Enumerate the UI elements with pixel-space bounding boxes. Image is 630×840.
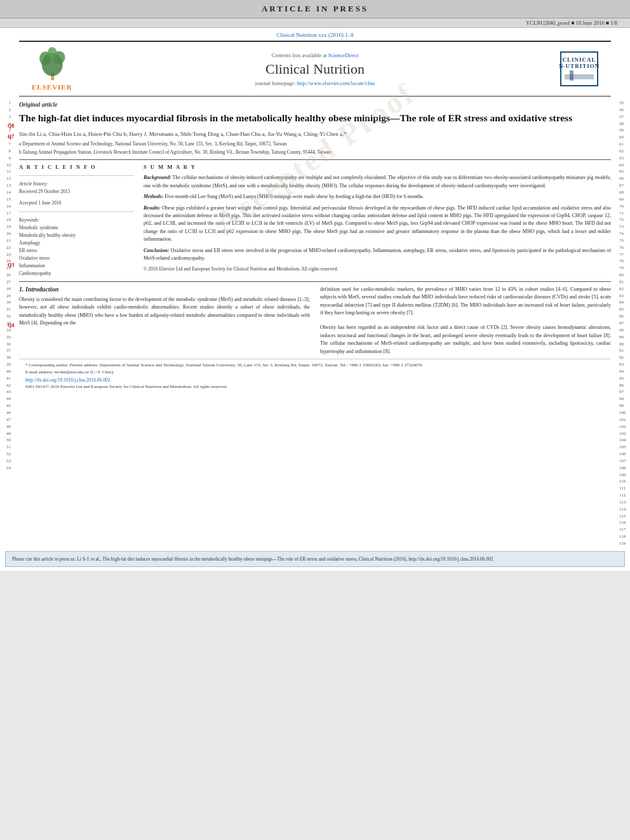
keyword-metabolic-syndrome: Metabolic syndrome xyxy=(19,224,133,232)
doi-link[interactable]: http://dx.doi.org/10.1016/j.clnu.2016.06… xyxy=(25,377,605,383)
line-number-16: 16 xyxy=(0,203,11,210)
banner-title: ARTICLE IN PRESS xyxy=(262,4,368,13)
line-number-91: 91 xyxy=(619,347,630,354)
line-number-60: 60 xyxy=(619,134,630,141)
divider-after-abstract xyxy=(19,281,611,282)
line-number-41: 41 xyxy=(0,375,11,382)
line-number-39: 39 xyxy=(0,361,11,368)
line-number-93: 93 xyxy=(619,361,630,368)
line-number-32: 32 xyxy=(0,313,11,320)
left-logo: ELSEVIER xyxy=(32,47,83,91)
paper-body: Accepted Proof Original article Q8 Q7 Th… xyxy=(13,97,617,547)
line-number-69: 69 xyxy=(619,196,630,203)
intro-paragraph3: Obesity has been regarded as an independ… xyxy=(320,324,611,356)
line-number-117: 117 xyxy=(619,526,630,533)
line-number-52: 52 xyxy=(0,451,11,458)
line-number-10: 10 xyxy=(0,162,11,169)
line-number-89: 89 xyxy=(619,334,630,341)
sciencedirect-line: Contents lists available at ScienceDirec… xyxy=(83,52,547,58)
line-number-94: 94 xyxy=(619,368,630,375)
summary-heading: S U M M A R Y xyxy=(144,164,611,170)
info-divider2 xyxy=(19,211,133,212)
received-date: Received 29 October 2015 xyxy=(19,188,133,195)
line-number-36: 36 xyxy=(0,341,11,348)
summary-column: S U M M A R Y Background: The cellular m… xyxy=(144,164,611,277)
line-number-46: 46 xyxy=(0,410,11,417)
cn-logo-middle: N·UTRITION xyxy=(559,63,600,69)
issn-line: 0261-5614/© 2016 Elsevier Ltd and Europe… xyxy=(25,384,605,389)
line-number-114: 114 xyxy=(619,506,630,513)
line-number-97: 97 xyxy=(619,389,630,396)
keyword-er-stress: ER stress xyxy=(19,247,133,255)
line-number-17: 17 xyxy=(0,210,11,217)
line-number-19: 19 xyxy=(0,223,11,230)
cn-logo: CLINICAL N·UTRITION xyxy=(560,51,598,86)
line-number-8: 8 xyxy=(0,148,11,155)
line-number-99: 99 xyxy=(619,403,630,410)
line-number-81: 81 xyxy=(619,279,630,286)
line-number-64: 64 xyxy=(619,162,630,169)
keyword-inflammation: Inflammation xyxy=(19,262,133,270)
elsevier-wordmark: ELSEVIER xyxy=(32,83,83,91)
line-number-119: 119 xyxy=(619,540,630,547)
line-number-72: 72 xyxy=(619,217,630,223)
line-number-55: 55 xyxy=(619,100,630,107)
introduction-section: 1. Introduction Q4 Obesity is considered… xyxy=(19,286,611,356)
article-title: The high-fat diet induces myocardial fib… xyxy=(19,112,611,125)
line-number-85: 85 xyxy=(619,306,630,313)
line-number-14: 14 xyxy=(0,189,11,196)
info-divider1 xyxy=(19,175,133,176)
q7-label: Q7 xyxy=(8,134,14,140)
line-number-79: 79 xyxy=(619,265,630,272)
line-number-9: 9 xyxy=(0,155,11,162)
background-text: The cellular mechanisms of obesity-induc… xyxy=(144,175,611,188)
line-number-90: 90 xyxy=(619,341,630,348)
q3-label: Q3 xyxy=(8,262,14,268)
line-number-112: 112 xyxy=(619,492,630,499)
background-label: Background: xyxy=(144,175,171,180)
affiliation-a: a Department of Animal Science and Techn… xyxy=(19,141,611,148)
meta-info: YCLNU2840_proof ■ 18 June 2016 ■ 1/8 xyxy=(526,20,617,26)
line-number-54: 54 xyxy=(0,465,11,472)
line-number-101: 101 xyxy=(619,417,630,423)
line-number-88: 88 xyxy=(619,327,630,334)
line-number-58: 58 xyxy=(619,121,630,128)
methods-text: Five-month-old Lee-Sung (MetS) and Lanyu… xyxy=(164,194,424,199)
cn-logo-top: CLINICAL xyxy=(562,57,596,63)
svg-rect-5 xyxy=(565,74,594,79)
line-number-110: 110 xyxy=(619,478,630,485)
line-number-12: 12 xyxy=(0,175,11,182)
keyword-cardiomyopathy: Cardiomyopathy xyxy=(19,270,133,277)
journal-reference: Clinical Nutrition xxx (2016) 1–8 xyxy=(0,28,630,41)
line-number-40: 40 xyxy=(0,368,11,375)
line-number-106: 106 xyxy=(619,451,630,458)
q4-label: Q4 xyxy=(8,323,14,328)
info-summary-section: A R T I C L E I N F O Article history: R… xyxy=(19,164,611,277)
line-number-2: 2 xyxy=(0,107,11,114)
line-number-68: 68 xyxy=(619,189,630,196)
line-number-13: 13 xyxy=(0,182,11,189)
article-type-label: Original article xyxy=(19,102,611,108)
line-number-29: 29 xyxy=(0,293,11,300)
keywords-section: Keywords: Metabolic syndrome Metabolical… xyxy=(19,217,133,277)
conclusion-label: Conclusion: xyxy=(144,248,169,253)
line-number-80: 80 xyxy=(619,272,630,279)
line-number-71: 71 xyxy=(619,210,630,217)
line-number-75: 75 xyxy=(619,237,630,244)
article-info-column: A R T I C L E I N F O Article history: R… xyxy=(19,164,133,277)
line-number-82: 82 xyxy=(619,286,630,293)
keyword-oxidative-stress: Oxidative stress xyxy=(19,255,133,262)
line-number-57: 57 xyxy=(619,114,630,121)
line-number-31: 31 xyxy=(0,306,11,313)
line-number-115: 115 xyxy=(619,513,630,520)
line-number-95: 95 xyxy=(619,375,630,382)
corresponding-author-note: * Corresponding author. Present address:… xyxy=(25,362,605,369)
line-number-83: 83 xyxy=(619,293,630,300)
line-number-20: 20 xyxy=(0,230,11,237)
keyword-mho: Metabolically healthy obesity xyxy=(19,232,133,239)
sciencedirect-link[interactable]: ScienceDirect xyxy=(328,52,359,58)
line-number-108: 108 xyxy=(619,465,630,472)
line-number-87: 87 xyxy=(619,320,630,327)
homepage-url[interactable]: http://www.elsevier.com/locate/clnu xyxy=(297,80,375,86)
line-number-70: 70 xyxy=(619,203,630,210)
